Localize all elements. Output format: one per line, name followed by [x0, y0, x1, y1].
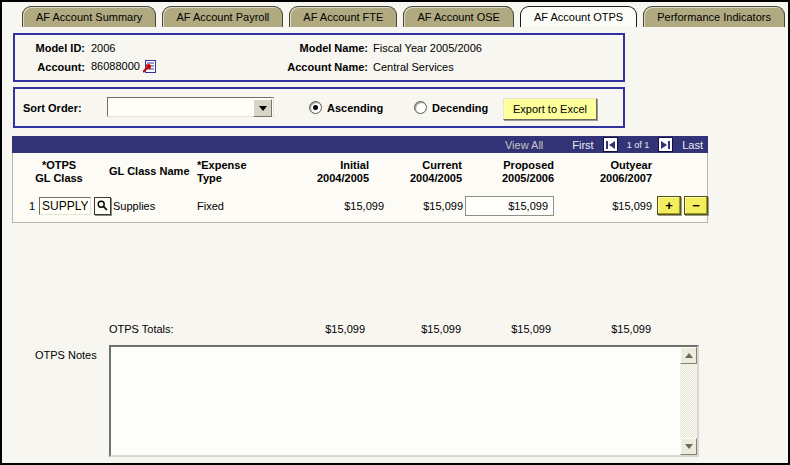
transfer-icon[interactable]	[143, 60, 156, 75]
otps-notes-textarea[interactable]	[109, 345, 699, 457]
account-name-value: Central Services	[373, 61, 454, 73]
next-page-icon[interactable]	[658, 137, 673, 152]
radio-descending[interactable]	[414, 101, 427, 114]
model-name-value: Fiscal Year 2005/2006	[373, 42, 482, 54]
model-id-label: Model ID:	[23, 42, 85, 54]
scroll-down-icon[interactable]	[680, 438, 697, 455]
outyear-amount-cell: $15,099	[552, 200, 652, 212]
otps-grid: *OTPSGL Class GL Class Name *ExpenseType…	[12, 153, 708, 223]
ascending-label: Ascending	[327, 102, 383, 114]
tab-af-account-ose[interactable]: AF Account OSE	[403, 6, 514, 27]
descending-label: Decending	[432, 102, 488, 114]
magnifier-icon	[97, 199, 108, 214]
col-header-proposed: Proposed2005/2006	[454, 159, 554, 185]
tab-af-account-payroll[interactable]: AF Account Payroll	[162, 6, 283, 27]
dropdown-arrow-icon[interactable]	[253, 99, 272, 117]
page-position: 1 of 1	[627, 140, 650, 150]
current-amount-cell: $15,099	[363, 200, 463, 212]
col-header-outyear: Outyear2006/2007	[552, 159, 652, 185]
tab-bar: AF Account Summary AF Account Payroll AF…	[22, 6, 785, 27]
col-header-initial: Initial2004/2005	[269, 159, 369, 185]
col-header-expense-type: *ExpenseType	[197, 159, 247, 185]
export-to-excel-button[interactable]: Export to Excel	[503, 98, 597, 120]
account-label: Account:	[23, 61, 85, 73]
row-number: 1	[29, 200, 35, 212]
col-header-otps-gl-class: *OTPSGL Class	[27, 159, 91, 185]
sort-order-select[interactable]	[107, 97, 274, 117]
descending-radio-row: Decending	[414, 101, 488, 114]
ascending-radio-row: Ascending	[309, 101, 383, 114]
otps-gl-class-input[interactable]	[39, 197, 91, 215]
delete-row-button[interactable]: −	[684, 196, 708, 215]
model-name-label: Model Name:	[268, 42, 368, 54]
total-proposed: $15,099	[451, 323, 551, 335]
col-header-current: Current2004/2005	[362, 159, 462, 185]
otps-notes-label: OTPS Notes	[35, 349, 97, 361]
tab-performance-indicators[interactable]: Performance Indicators	[643, 6, 785, 27]
total-current: $15,099	[361, 323, 461, 335]
grid-nav-bar: View All First 1 of 1 Last	[12, 136, 708, 153]
first-link[interactable]: First	[572, 139, 593, 151]
radio-ascending[interactable]	[309, 101, 322, 114]
tab-af-account-summary[interactable]: AF Account Summary	[22, 6, 156, 27]
sort-order-box: Sort Order: Ascending Decending Export t…	[13, 87, 625, 128]
tab-af-account-otps[interactable]: AF Account OTPS	[520, 6, 637, 27]
tab-af-account-fte[interactable]: AF Account FTE	[289, 6, 397, 27]
account-value-wrap: 86088000	[91, 60, 156, 75]
total-outyear: $15,099	[551, 323, 651, 335]
scroll-up-icon[interactable]	[680, 347, 697, 364]
prev-page-icon[interactable]	[603, 137, 618, 152]
gl-class-name-cell: Supplies	[113, 200, 155, 212]
expense-type-cell: Fixed	[197, 200, 224, 212]
model-account-box: Model ID: 2006 Model Name: Fiscal Year 2…	[13, 33, 625, 82]
last-link[interactable]: Last	[682, 139, 703, 151]
add-row-button[interactable]: +	[657, 196, 681, 215]
notes-scrollbar[interactable]	[680, 347, 697, 455]
account-name-label: Account Name:	[268, 61, 368, 73]
otps-totals-label: OTPS Totals:	[109, 323, 174, 335]
lookup-button[interactable]	[94, 197, 111, 215]
proposed-amount-input[interactable]	[465, 196, 554, 216]
view-all-link[interactable]: View All	[505, 139, 543, 151]
af-account-otps-page: AF Account Summary AF Account Payroll AF…	[0, 0, 790, 465]
col-header-gl-class-name: GL Class Name	[109, 165, 190, 178]
sort-order-label: Sort Order:	[23, 102, 82, 114]
model-id-value: 2006	[91, 42, 115, 54]
total-initial: $15,099	[265, 323, 365, 335]
account-value: 86088000	[91, 60, 140, 72]
